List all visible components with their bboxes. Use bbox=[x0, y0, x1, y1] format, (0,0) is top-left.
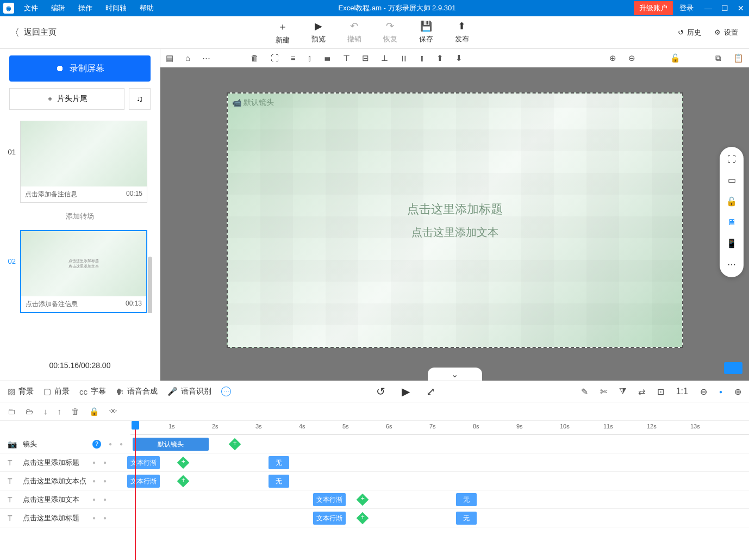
align-bottom-icon[interactable]: ⊥ bbox=[381, 53, 388, 63]
track-dot[interactable]: ● bbox=[92, 496, 96, 502]
align-middle-icon[interactable]: ⊟ bbox=[362, 53, 369, 63]
keyframe-diamond[interactable] bbox=[357, 494, 369, 506]
eye-icon[interactable]: 👁 bbox=[109, 407, 117, 416]
zoom-out-icon[interactable]: ⊖ bbox=[628, 53, 635, 63]
menu-file[interactable]: 文件 bbox=[17, 3, 45, 13]
tab-foreground[interactable]: ▢前景 bbox=[43, 387, 70, 396]
fullscreen-icon[interactable]: ⛶ bbox=[727, 154, 736, 164]
track-header[interactable]: T点击这里添加标题 bbox=[0, 458, 92, 468]
ratio-icon[interactable]: 1:1 bbox=[676, 387, 688, 396]
timeline-clip[interactable]: 无 bbox=[456, 512, 477, 525]
upgrade-button[interactable]: 升级账户 bbox=[634, 1, 673, 15]
more-icon[interactable]: ⋯ bbox=[202, 53, 210, 63]
rewind-button[interactable]: ↺ bbox=[376, 385, 385, 398]
track-dot[interactable]: ● bbox=[120, 441, 123, 447]
redo-button[interactable]: ↷恢复 bbox=[383, 20, 397, 45]
desktop-icon[interactable]: 🖥 bbox=[727, 217, 736, 227]
maximize-button[interactable]: ☐ bbox=[716, 4, 733, 13]
mobile-icon[interactable]: 📱 bbox=[726, 238, 737, 248]
timeline-clip[interactable]: 文本行渐 bbox=[313, 493, 346, 506]
align-left-icon[interactable]: ≡ bbox=[291, 53, 296, 63]
tab-tts[interactable]: 🗣语音合成 bbox=[116, 387, 158, 396]
playhead[interactable] bbox=[135, 421, 136, 560]
slide-item[interactable]: 02 点击这里添加标题点击这里添加文本 点击添加备注信息 00:13 bbox=[7, 230, 153, 313]
timeline-clip[interactable]: 文本行渐 bbox=[313, 512, 346, 525]
record-screen-button[interactable]: ⏺ 录制屏幕 bbox=[9, 55, 151, 82]
copy-icon[interactable]: ⧉ bbox=[715, 53, 721, 63]
keyframe-diamond[interactable] bbox=[177, 457, 190, 469]
timeline-clip[interactable]: 无 bbox=[269, 456, 289, 469]
new-button[interactable]: ＋新建 bbox=[276, 20, 290, 45]
timeline-clip[interactable]: 无 bbox=[456, 493, 477, 506]
distribute-h-icon[interactable]: ⫼ bbox=[400, 53, 408, 63]
play-button[interactable]: ▶ bbox=[402, 385, 410, 398]
home-icon[interactable]: ⌂ bbox=[185, 53, 190, 63]
zoom-slider-dot[interactable]: ● bbox=[719, 389, 722, 395]
track-body[interactable]: 文本行渐无 bbox=[127, 509, 749, 527]
intro-outro-button[interactable]: ＋片头片尾 bbox=[9, 88, 124, 110]
collapse-timeline-button[interactable]: ⌄ bbox=[428, 368, 482, 381]
send-back-icon[interactable]: ⬇ bbox=[455, 53, 463, 63]
keyframe-diamond[interactable] bbox=[357, 512, 369, 525]
mini-preview[interactable] bbox=[724, 362, 742, 374]
trash-icon[interactable]: 🗑 bbox=[71, 407, 79, 416]
link-icon[interactable]: ⇄ bbox=[638, 387, 645, 397]
unlock-icon[interactable]: 🔓 bbox=[670, 53, 681, 63]
close-button[interactable]: ✕ bbox=[733, 4, 749, 13]
track-dot[interactable]: ● bbox=[92, 515, 96, 521]
fit-icon[interactable]: ▭ bbox=[728, 175, 736, 185]
menu-edit[interactable]: 编辑 bbox=[45, 3, 72, 13]
trash-icon[interactable]: 🗑 bbox=[251, 53, 259, 63]
track-dot[interactable]: ● bbox=[103, 496, 107, 502]
track-body[interactable]: 文本行渐无 bbox=[127, 453, 749, 471]
distribute-v-icon[interactable]: ⫿ bbox=[420, 53, 425, 63]
track-dot[interactable]: ● bbox=[92, 478, 96, 484]
zoom-in-icon[interactable]: ⊕ bbox=[609, 53, 616, 63]
undo-button[interactable]: ↶撤销 bbox=[347, 20, 361, 45]
timeline-clip[interactable]: 文本行渐 bbox=[127, 475, 160, 488]
timeline-clip[interactable]: 无 bbox=[269, 475, 289, 488]
track-dot[interactable]: ● bbox=[92, 459, 96, 465]
add-transition-button[interactable]: 添加转场 bbox=[66, 206, 94, 227]
edit-icon[interactable]: ✎ bbox=[581, 387, 588, 397]
layout-icon[interactable]: ▤ bbox=[166, 53, 173, 63]
track-dot[interactable]: ● bbox=[109, 441, 112, 447]
minimize-button[interactable]: — bbox=[700, 4, 716, 13]
music-button[interactable]: ♫ bbox=[129, 88, 151, 110]
expand-button[interactable]: ⤢ bbox=[426, 385, 435, 398]
slide-thumbnail[interactable]: 点击这里添加标题点击这里添加文本 bbox=[21, 231, 146, 296]
slide-item[interactable]: 01 点击添加备注信息 00:15 bbox=[7, 121, 153, 203]
track-dot[interactable]: ● bbox=[103, 459, 107, 465]
folder-plus-icon[interactable]: 🗁 bbox=[26, 407, 34, 416]
track-header[interactable]: T点击这里添加文本点 bbox=[0, 476, 92, 486]
tab-background[interactable]: ▨背景 bbox=[8, 387, 34, 396]
history-button[interactable]: ↺历史 bbox=[678, 28, 701, 38]
timeline-clip[interactable]: 默认镜头 bbox=[133, 438, 209, 451]
preview-button[interactable]: ▶预览 bbox=[311, 20, 326, 45]
folder-icon[interactable]: 🗀 bbox=[8, 407, 16, 416]
track-body[interactable]: 文本行渐无 bbox=[127, 490, 749, 508]
publish-button[interactable]: ⬆发布 bbox=[455, 20, 469, 45]
tab-asr[interactable]: 🎤语音识别 bbox=[167, 387, 211, 396]
arrow-down-icon[interactable]: ↓ bbox=[43, 407, 48, 416]
login-button[interactable]: 登录 bbox=[673, 3, 700, 13]
tabs-more-button[interactable]: ⋯ bbox=[221, 387, 231, 396]
title-placeholder[interactable]: 点击这里添加标题 bbox=[407, 201, 503, 217]
arrow-up-icon[interactable]: ↑ bbox=[58, 407, 62, 416]
paste-icon[interactable]: 📋 bbox=[733, 53, 744, 63]
bring-front-icon[interactable]: ⬆ bbox=[436, 53, 444, 63]
marker-icon[interactable]: ⊡ bbox=[657, 387, 664, 397]
align-center-icon[interactable]: ⫿ bbox=[308, 53, 312, 63]
tab-subtitle[interactable]: cc字幕 bbox=[79, 387, 106, 396]
filter-icon[interactable]: ⧩ bbox=[619, 387, 626, 396]
align-right-icon[interactable]: ≣ bbox=[324, 53, 331, 63]
timeline-clip[interactable]: 文本行渐 bbox=[127, 456, 160, 469]
playhead-grip[interactable] bbox=[132, 421, 139, 430]
track-dot[interactable]: ● bbox=[103, 515, 107, 521]
slide-note[interactable]: 点击添加备注信息 bbox=[26, 300, 78, 309]
scrollbar[interactable] bbox=[148, 257, 152, 313]
zoom-out-timeline-icon[interactable]: ⊖ bbox=[700, 387, 707, 397]
unlock-icon[interactable]: 🔓 bbox=[726, 196, 737, 207]
lock-icon[interactable]: 🔒 bbox=[89, 407, 99, 416]
slide-thumbnail[interactable] bbox=[21, 121, 147, 186]
